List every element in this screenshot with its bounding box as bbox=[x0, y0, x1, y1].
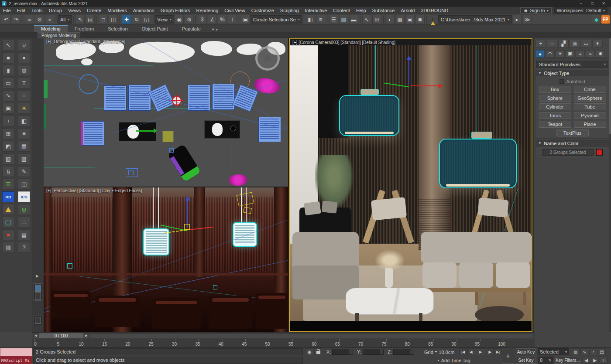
select-and-rotate-icon[interactable] bbox=[132, 15, 141, 24]
menu-tools[interactable]: Tools bbox=[28, 8, 46, 13]
y-coord-field[interactable] bbox=[363, 349, 384, 355]
box-button[interactable]: Box bbox=[539, 86, 571, 93]
go-to-end-button[interactable]: ▶| bbox=[494, 348, 502, 355]
named-selection-set-dropdown[interactable]: Create Selection Se▾ bbox=[251, 15, 302, 24]
edit-named-selection-sets-icon[interactable] bbox=[241, 15, 250, 24]
minimize-button[interactable]: – bbox=[575, 0, 587, 7]
overflow-icon[interactable] bbox=[522, 15, 532, 24]
select-and-manipulate-icon[interactable] bbox=[185, 15, 194, 24]
current-frame-field[interactable]: 0⇅ bbox=[538, 357, 553, 364]
menu-animation[interactable]: Animation bbox=[130, 8, 158, 13]
isolate-selection-toggle[interactable] bbox=[306, 348, 313, 355]
viewport-camera[interactable]: [+] [Corona Camera003] [Standard] [Defau… bbox=[289, 38, 532, 332]
viewport-label[interactable]: [+] [Perspective] [Standard] [Clay + Edg… bbox=[46, 188, 142, 193]
rigid-body-icon[interactable]: RB bbox=[2, 191, 14, 202]
mirror-tool-icon[interactable] bbox=[18, 116, 30, 126]
object-name-field[interactable]: 2 Groups Selected bbox=[542, 149, 594, 156]
previous-key-icon[interactable] bbox=[582, 357, 590, 364]
default-tangents-icon[interactable] bbox=[572, 348, 580, 355]
cylinder-button[interactable]: Cylinder bbox=[539, 103, 571, 110]
sphere-button[interactable]: Sphere bbox=[539, 95, 571, 102]
teal-circle-icon[interactable] bbox=[2, 217, 14, 228]
ribbon-tab-modeling[interactable]: Modeling bbox=[34, 25, 68, 32]
panel-scrollbar[interactable] bbox=[609, 38, 611, 332]
object-color-swatch[interactable] bbox=[596, 149, 603, 156]
menu-substance[interactable]: Substance bbox=[369, 8, 398, 13]
menu-graph-editors[interactable]: Graph Editors bbox=[158, 8, 193, 13]
layers-icon[interactable] bbox=[2, 179, 14, 190]
bind-to-space-warp-icon[interactable] bbox=[45, 15, 54, 24]
teapot-icon[interactable] bbox=[18, 65, 30, 76]
teapot-button[interactable]: Teapot bbox=[539, 121, 571, 128]
selection-filter-dropdown[interactable]: All▾ bbox=[58, 15, 72, 24]
set-keys-button[interactable]: + bbox=[502, 349, 514, 364]
sphere-icon[interactable] bbox=[18, 52, 30, 63]
geometry-category-icon[interactable] bbox=[535, 50, 545, 58]
menu-edit[interactable]: Edit bbox=[14, 8, 28, 13]
curve-tangent-icon[interactable] bbox=[580, 348, 588, 355]
dots-icon[interactable] bbox=[18, 217, 30, 228]
next-frame-arrow[interactable]: ▶ bbox=[84, 333, 89, 338]
ribbon-tab-freeform[interactable]: Freeform bbox=[68, 26, 101, 32]
selection-set-key-dropdown[interactable]: Selected▾ bbox=[538, 348, 569, 355]
render-setup-icon[interactable] bbox=[395, 15, 405, 24]
array-icon[interactable] bbox=[2, 128, 14, 139]
previous-frame-button[interactable]: ◀| bbox=[467, 348, 475, 355]
viewport-label[interactable]: [+] [Corona Camera003] [Standard] [Defau… bbox=[292, 40, 395, 45]
create-tab-icon[interactable] bbox=[535, 40, 546, 48]
uvw-map-icon[interactable] bbox=[18, 141, 30, 152]
camera-icon[interactable] bbox=[2, 103, 14, 114]
ribbon-minimize-icon[interactable]: ⏺ bbox=[212, 27, 214, 32]
select-and-link-icon[interactable] bbox=[25, 15, 34, 24]
menu-arnold[interactable]: Arnold bbox=[398, 8, 418, 13]
snapshot-icon[interactable] bbox=[18, 179, 30, 190]
fp-plugin-icon[interactable]: FP bbox=[601, 15, 610, 24]
cameras-category-icon[interactable] bbox=[566, 50, 575, 58]
layout-tab-quad[interactable] bbox=[34, 283, 42, 301]
name-color-header[interactable]: ▼ Name and Color bbox=[535, 140, 609, 146]
maxscript-mini-listener[interactable]: MAXScript Mi bbox=[0, 356, 32, 364]
time-configuration-icon[interactable] bbox=[589, 348, 597, 355]
ribbon-tab-populate[interactable]: Populate bbox=[175, 26, 207, 32]
cone-button[interactable]: Cone bbox=[574, 86, 606, 93]
key-filters-button[interactable]: Key Filters... bbox=[555, 357, 580, 364]
menu-group[interactable]: Group bbox=[45, 8, 65, 13]
z-coord[interactable]: Z: bbox=[388, 349, 414, 355]
select-object-icon[interactable] bbox=[76, 15, 85, 24]
workspace-tools-icon[interactable] bbox=[512, 15, 522, 24]
systems-category-icon[interactable] bbox=[596, 50, 605, 58]
object-type-header[interactable]: ▼ Object Type bbox=[535, 70, 609, 76]
menu-views[interactable]: Views bbox=[65, 8, 84, 13]
help-icon[interactable] bbox=[18, 242, 30, 253]
warning-tool-icon[interactable] bbox=[2, 204, 14, 215]
curve-editor-icon[interactable] bbox=[362, 15, 371, 24]
sign-in-button[interactable]: ☻ Sign In ▾ bbox=[520, 7, 552, 14]
add-time-tag[interactable]: ◔Add Time Tag bbox=[436, 358, 470, 363]
subcategory-dropdown[interactable]: Standard Primitives ▾ bbox=[536, 61, 608, 68]
warning-icon[interactable]: ! bbox=[429, 16, 437, 23]
play-button[interactable]: ▶ bbox=[476, 348, 485, 355]
autogrid-checkbox[interactable] bbox=[560, 79, 564, 84]
modify-tab-icon[interactable] bbox=[547, 40, 557, 48]
select-and-scale-icon[interactable] bbox=[142, 15, 151, 24]
geosphere-button[interactable]: GeoSphere bbox=[574, 95, 606, 102]
redo-icon[interactable] bbox=[12, 15, 21, 24]
menu-rendering[interactable]: Rendering bbox=[193, 8, 222, 13]
percent-snap-icon[interactable] bbox=[218, 15, 227, 24]
menu-customize[interactable]: Customize bbox=[248, 8, 277, 13]
track-bar[interactable]: 0510152025303540455055606570758085909510… bbox=[32, 339, 535, 347]
plane-button[interactable]: Plane bbox=[574, 121, 606, 128]
use-pivot-center-icon[interactable] bbox=[175, 15, 184, 24]
light-icon[interactable] bbox=[18, 103, 30, 114]
menu-create[interactable]: Create bbox=[84, 8, 104, 13]
unwrap-icon[interactable] bbox=[2, 153, 14, 164]
toggle-ribbon-icon[interactable] bbox=[349, 15, 358, 24]
workspaces-dropdown[interactable]: Workspaces: Default ▾ bbox=[554, 7, 608, 14]
text-icon[interactable] bbox=[18, 78, 30, 88]
render-production-icon[interactable] bbox=[415, 15, 425, 24]
select-and-move-icon[interactable] bbox=[122, 15, 131, 24]
menu-interactive[interactable]: Interactive bbox=[302, 8, 330, 13]
lights-category-icon[interactable] bbox=[556, 50, 565, 58]
set-key-button[interactable]: Set Key bbox=[516, 357, 536, 364]
align-icon[interactable] bbox=[316, 15, 325, 24]
